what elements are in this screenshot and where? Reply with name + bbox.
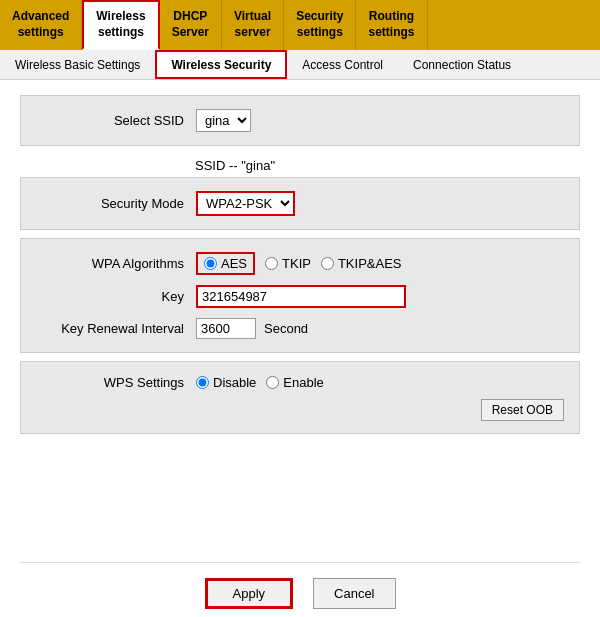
- wps-label: WPS Settings: [36, 375, 196, 390]
- bottom-buttons: Apply Cancel: [20, 562, 580, 617]
- tab-access-control[interactable]: Access Control: [287, 50, 398, 79]
- top-nav: Advanced settings Wireless settings DHCP…: [0, 0, 600, 50]
- tab-basic[interactable]: Wireless Basic Settings: [0, 50, 155, 79]
- key-label: Key: [36, 289, 196, 304]
- key-renewal-row: Key Renewal Interval Second: [36, 313, 564, 344]
- tkip-label[interactable]: TKIP: [282, 256, 311, 271]
- cancel-button[interactable]: Cancel: [313, 578, 395, 609]
- select-ssid-value: gina: [196, 109, 251, 132]
- key-renewal-input[interactable]: [196, 318, 256, 339]
- security-mode-label: Security Mode: [36, 196, 196, 211]
- security-mode-value: WPA2-PSK: [196, 191, 295, 216]
- security-mode-select[interactable]: WPA2-PSK: [196, 191, 295, 216]
- wpa-section: WPA Algorithms AES TKIP TKIP&AES Key: [20, 238, 580, 353]
- tkip-aes-option: TKIP&AES: [321, 256, 402, 271]
- key-input[interactable]: [196, 285, 406, 308]
- second-label: Second: [264, 321, 308, 336]
- nav-dhcp[interactable]: DHCP Server: [160, 0, 222, 50]
- tkip-radio[interactable]: [265, 257, 278, 270]
- nav-virtual[interactable]: Virtual server: [222, 0, 284, 50]
- ssid-section: Select SSID gina: [20, 95, 580, 146]
- security-mode-section: Security Mode WPA2-PSK: [20, 177, 580, 230]
- aes-label[interactable]: AES: [221, 256, 247, 271]
- aes-option-bordered: AES: [196, 252, 255, 275]
- wps-enable-label[interactable]: Enable: [283, 375, 323, 390]
- apply-button[interactable]: Apply: [205, 578, 294, 609]
- select-ssid-label: Select SSID: [36, 113, 196, 128]
- wps-disable-label[interactable]: Disable: [213, 375, 256, 390]
- nav-advanced[interactable]: Advanced settings: [0, 0, 82, 50]
- nav-security[interactable]: Security settings: [284, 0, 356, 50]
- tkip-aes-radio[interactable]: [321, 257, 334, 270]
- wps-options: Disable Enable: [196, 375, 324, 390]
- nav-routing[interactable]: Routing settings: [356, 0, 427, 50]
- tkip-option: TKIP: [265, 256, 311, 271]
- nav-wireless[interactable]: Wireless settings: [82, 0, 159, 50]
- tab-connection-status[interactable]: Connection Status: [398, 50, 526, 79]
- wps-section: WPS Settings Disable Enable Reset OOB: [20, 361, 580, 434]
- wps-row: WPS Settings Disable Enable: [36, 370, 564, 395]
- tab-wireless-security[interactable]: Wireless Security: [155, 50, 287, 79]
- second-nav: Wireless Basic Settings Wireless Securit…: [0, 50, 600, 80]
- spacer: [20, 442, 580, 562]
- wpa-algorithms-label: WPA Algorithms: [36, 256, 196, 271]
- wps-disable-radio[interactable]: [196, 376, 209, 389]
- main-content: Select SSID gina SSID -- "gina" Security…: [0, 80, 600, 617]
- wpa-algorithms-row: WPA Algorithms AES TKIP TKIP&AES: [36, 247, 564, 280]
- tkip-aes-label[interactable]: TKIP&AES: [338, 256, 402, 271]
- ssid-select[interactable]: gina: [196, 109, 251, 132]
- wps-enable-option: Enable: [266, 375, 323, 390]
- wps-enable-radio[interactable]: [266, 376, 279, 389]
- key-renewal-label: Key Renewal Interval: [36, 321, 196, 336]
- reset-oob-row: Reset OOB: [36, 395, 564, 425]
- aes-radio[interactable]: [204, 257, 217, 270]
- select-ssid-row: Select SSID gina: [36, 104, 564, 137]
- ssid-info: SSID -- "gina": [20, 154, 580, 177]
- security-mode-row: Security Mode WPA2-PSK: [36, 186, 564, 221]
- key-row: Key: [36, 280, 564, 313]
- key-value: [196, 285, 406, 308]
- key-renewal-value: Second: [196, 318, 308, 339]
- reset-oob-button[interactable]: Reset OOB: [481, 399, 564, 421]
- wpa-algorithms-options: AES TKIP TKIP&AES: [196, 252, 402, 275]
- wps-disable-option: Disable: [196, 375, 256, 390]
